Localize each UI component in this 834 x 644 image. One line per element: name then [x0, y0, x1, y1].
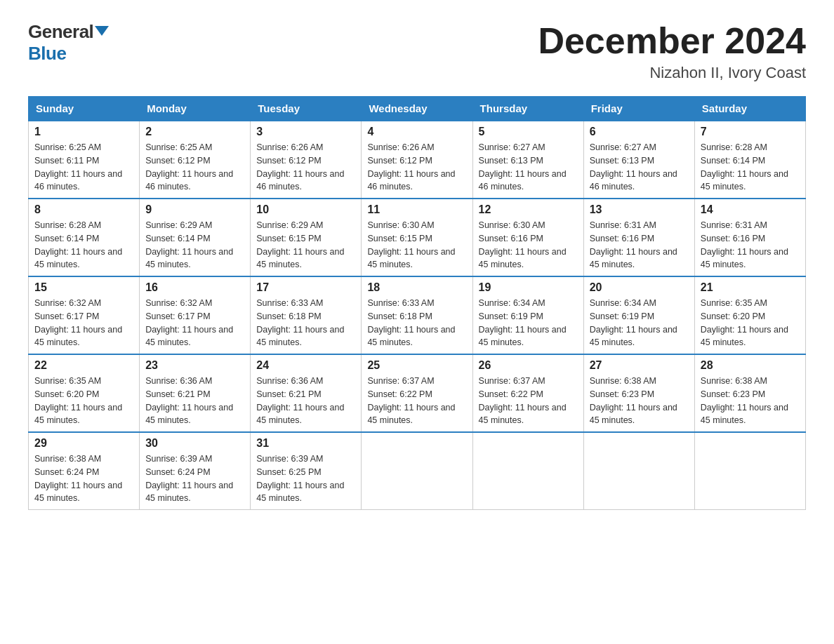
table-row: 26 Sunrise: 6:37 AM Sunset: 6:22 PM Dayl…: [472, 354, 583, 432]
day-info: Sunrise: 6:36 AM Sunset: 6:21 PM Dayligh…: [256, 375, 355, 427]
table-row: [472, 432, 583, 510]
day-info: Sunrise: 6:26 AM Sunset: 6:12 PM Dayligh…: [256, 141, 355, 194]
table-row: 19 Sunrise: 6:34 AM Sunset: 6:19 PM Dayl…: [472, 276, 583, 354]
page-subtitle: Nizahon II, Ivory Coast: [538, 64, 806, 82]
col-monday: Monday: [140, 97, 251, 121]
table-row: 22 Sunrise: 6:35 AM Sunset: 6:20 PM Dayl…: [29, 354, 140, 432]
col-tuesday: Tuesday: [251, 97, 362, 121]
day-number: 16: [145, 281, 244, 294]
day-info: Sunrise: 6:37 AM Sunset: 6:22 PM Dayligh…: [479, 375, 578, 427]
day-info: Sunrise: 6:33 AM Sunset: 6:18 PM Dayligh…: [256, 297, 355, 349]
day-number: 11: [367, 203, 466, 216]
day-info: Sunrise: 6:26 AM Sunset: 6:12 PM Dayligh…: [367, 141, 466, 194]
table-row: 16 Sunrise: 6:32 AM Sunset: 6:17 PM Dayl…: [140, 276, 251, 354]
day-number: 12: [479, 203, 578, 216]
day-info: Sunrise: 6:38 AM Sunset: 6:24 PM Dayligh…: [34, 452, 133, 505]
calendar-week-row: 1 Sunrise: 6:25 AM Sunset: 6:11 PM Dayli…: [29, 121, 806, 199]
day-number: 15: [34, 281, 133, 294]
calendar-table: Sunday Monday Tuesday Wednesday Thursday…: [28, 96, 806, 510]
day-info: Sunrise: 6:39 AM Sunset: 6:24 PM Dayligh…: [145, 452, 244, 505]
day-info: Sunrise: 6:35 AM Sunset: 6:20 PM Dayligh…: [34, 375, 133, 427]
day-info: Sunrise: 6:39 AM Sunset: 6:25 PM Dayligh…: [256, 452, 355, 505]
day-info: Sunrise: 6:27 AM Sunset: 6:13 PM Dayligh…: [590, 141, 689, 194]
table-row: 8 Sunrise: 6:28 AM Sunset: 6:14 PM Dayli…: [29, 199, 140, 276]
day-number: 14: [701, 203, 800, 216]
day-number: 2: [145, 126, 244, 138]
table-row: [583, 432, 694, 510]
day-number: 20: [590, 281, 689, 294]
calendar-week-row: 8 Sunrise: 6:28 AM Sunset: 6:14 PM Dayli…: [29, 199, 806, 276]
table-row: [362, 432, 472, 510]
title-section: December 2024 Nizahon II, Ivory Coast: [538, 21, 806, 82]
day-number: 7: [701, 126, 800, 138]
day-info: Sunrise: 6:28 AM Sunset: 6:14 PM Dayligh…: [34, 219, 133, 271]
day-number: 25: [367, 359, 466, 372]
day-number: 26: [479, 359, 578, 372]
day-info: Sunrise: 6:34 AM Sunset: 6:19 PM Dayligh…: [590, 297, 689, 349]
logo-general-text: General: [28, 21, 93, 43]
day-info: Sunrise: 6:29 AM Sunset: 6:15 PM Dayligh…: [256, 219, 355, 271]
day-number: 28: [701, 359, 800, 372]
table-row: 21 Sunrise: 6:35 AM Sunset: 6:20 PM Dayl…: [694, 276, 805, 354]
table-row: [694, 432, 805, 510]
table-row: 30 Sunrise: 6:39 AM Sunset: 6:24 PM Dayl…: [140, 432, 251, 510]
logo: General Blue: [28, 21, 109, 65]
logo-triangle-icon: [95, 26, 109, 36]
day-info: Sunrise: 6:31 AM Sunset: 6:16 PM Dayligh…: [701, 219, 800, 271]
day-number: 31: [256, 437, 355, 450]
table-row: 28 Sunrise: 6:38 AM Sunset: 6:23 PM Dayl…: [694, 354, 805, 432]
day-info: Sunrise: 6:28 AM Sunset: 6:14 PM Dayligh…: [701, 141, 800, 194]
day-info: Sunrise: 6:34 AM Sunset: 6:19 PM Dayligh…: [479, 297, 578, 349]
table-row: 18 Sunrise: 6:33 AM Sunset: 6:18 PM Dayl…: [362, 276, 472, 354]
day-info: Sunrise: 6:25 AM Sunset: 6:12 PM Dayligh…: [145, 141, 244, 194]
day-info: Sunrise: 6:36 AM Sunset: 6:21 PM Dayligh…: [145, 375, 244, 427]
table-row: 13 Sunrise: 6:31 AM Sunset: 6:16 PM Dayl…: [583, 199, 694, 276]
table-row: 17 Sunrise: 6:33 AM Sunset: 6:18 PM Dayl…: [251, 276, 362, 354]
table-row: 31 Sunrise: 6:39 AM Sunset: 6:25 PM Dayl…: [251, 432, 362, 510]
day-number: 3: [256, 126, 355, 138]
calendar-header-row: Sunday Monday Tuesday Wednesday Thursday…: [29, 97, 806, 121]
table-row: 7 Sunrise: 6:28 AM Sunset: 6:14 PM Dayli…: [694, 121, 805, 199]
day-info: Sunrise: 6:38 AM Sunset: 6:23 PM Dayligh…: [701, 375, 800, 427]
day-number: 1: [34, 126, 133, 138]
day-number: 8: [34, 203, 133, 216]
table-row: 14 Sunrise: 6:31 AM Sunset: 6:16 PM Dayl…: [694, 199, 805, 276]
table-row: 25 Sunrise: 6:37 AM Sunset: 6:22 PM Dayl…: [362, 354, 472, 432]
table-row: 27 Sunrise: 6:38 AM Sunset: 6:23 PM Dayl…: [583, 354, 694, 432]
day-number: 30: [145, 437, 244, 450]
page-title: December 2024: [538, 21, 806, 61]
day-number: 23: [145, 359, 244, 372]
table-row: 12 Sunrise: 6:30 AM Sunset: 6:16 PM Dayl…: [472, 199, 583, 276]
table-row: 1 Sunrise: 6:25 AM Sunset: 6:11 PM Dayli…: [29, 121, 140, 199]
table-row: 5 Sunrise: 6:27 AM Sunset: 6:13 PM Dayli…: [472, 121, 583, 199]
day-number: 6: [590, 126, 689, 138]
day-info: Sunrise: 6:38 AM Sunset: 6:23 PM Dayligh…: [590, 375, 689, 427]
day-info: Sunrise: 6:27 AM Sunset: 6:13 PM Dayligh…: [479, 141, 578, 194]
day-info: Sunrise: 6:37 AM Sunset: 6:22 PM Dayligh…: [367, 375, 466, 427]
table-row: 4 Sunrise: 6:26 AM Sunset: 6:12 PM Dayli…: [362, 121, 472, 199]
col-saturday: Saturday: [694, 97, 805, 121]
day-info: Sunrise: 6:32 AM Sunset: 6:17 PM Dayligh…: [34, 297, 133, 349]
table-row: 3 Sunrise: 6:26 AM Sunset: 6:12 PM Dayli…: [251, 121, 362, 199]
calendar-week-row: 22 Sunrise: 6:35 AM Sunset: 6:20 PM Dayl…: [29, 354, 806, 432]
day-info: Sunrise: 6:32 AM Sunset: 6:17 PM Dayligh…: [145, 297, 244, 349]
col-sunday: Sunday: [29, 97, 140, 121]
page-header: General Blue December 2024 Nizahon II, I…: [28, 21, 806, 82]
day-number: 18: [367, 281, 466, 294]
day-number: 17: [256, 281, 355, 294]
day-info: Sunrise: 6:25 AM Sunset: 6:11 PM Dayligh…: [34, 141, 133, 194]
day-number: 19: [479, 281, 578, 294]
table-row: 29 Sunrise: 6:38 AM Sunset: 6:24 PM Dayl…: [29, 432, 140, 510]
day-info: Sunrise: 6:30 AM Sunset: 6:16 PM Dayligh…: [479, 219, 578, 271]
calendar-week-row: 15 Sunrise: 6:32 AM Sunset: 6:17 PM Dayl…: [29, 276, 806, 354]
col-wednesday: Wednesday: [362, 97, 472, 121]
day-info: Sunrise: 6:29 AM Sunset: 6:14 PM Dayligh…: [145, 219, 244, 271]
table-row: 23 Sunrise: 6:36 AM Sunset: 6:21 PM Dayl…: [140, 354, 251, 432]
day-number: 24: [256, 359, 355, 372]
day-info: Sunrise: 6:31 AM Sunset: 6:16 PM Dayligh…: [590, 219, 689, 271]
col-thursday: Thursday: [472, 97, 583, 121]
day-number: 27: [590, 359, 689, 372]
day-number: 13: [590, 203, 689, 216]
table-row: 11 Sunrise: 6:30 AM Sunset: 6:15 PM Dayl…: [362, 199, 472, 276]
table-row: 20 Sunrise: 6:34 AM Sunset: 6:19 PM Dayl…: [583, 276, 694, 354]
